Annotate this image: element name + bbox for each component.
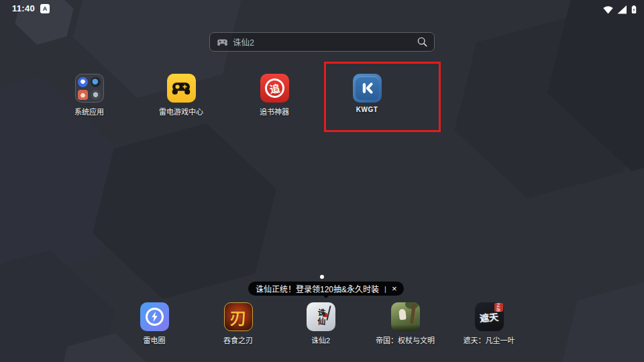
signal-icon <box>617 5 627 14</box>
mini-app-icon <box>91 90 101 100</box>
app-label: KWGT <box>356 106 378 113</box>
app-zhuishu-shenqi[interactable]: 追 追书神器 <box>242 74 307 117</box>
magnifier-icon[interactable] <box>417 37 427 47</box>
zhuishu-icon: 追 <box>260 74 289 103</box>
tooltip-divider: | <box>384 285 386 293</box>
zhetian-icon: 正版 遮天 <box>475 302 504 331</box>
app-label: 追书神器 <box>260 106 289 117</box>
wallpaper-hexagon <box>551 264 644 362</box>
mini-app-icon <box>78 90 88 100</box>
search-bar[interactable]: 诛仙2 <box>209 32 435 52</box>
kwgt-logo <box>356 76 379 100</box>
app-label: 遮天：凡尘一叶 <box>464 335 515 345</box>
leidian-icon <box>140 302 169 331</box>
android-home-screen: 11:40 A 诛仙2 <box>0 0 644 362</box>
folder-icon <box>75 74 104 103</box>
app-label: 帝国：权杖与文明 <box>376 335 435 345</box>
ground-shade <box>391 325 420 331</box>
zhuxian-icon: 诛仙 <box>307 302 335 331</box>
app-label: 系统应用 <box>74 106 104 117</box>
app-label: 诛仙2 <box>311 335 330 345</box>
game-center-icon <box>167 74 196 103</box>
diguo-icon <box>391 302 420 331</box>
promo-tooltip: 诛仙正统！登录领120抽&永久时装 | × <box>248 282 404 296</box>
mini-app-icon <box>78 77 88 87</box>
app-diguo-quanzhang[interactable]: 帝国：权杖与文明 <box>373 302 437 345</box>
app-label: 吞食之刃 <box>223 335 253 345</box>
page-indicator-dot <box>320 275 324 279</box>
character-figure <box>398 309 407 320</box>
status-bar: 11:40 A <box>0 0 644 17</box>
battery-charging-icon <box>631 4 637 15</box>
gamepad-icon <box>171 81 191 95</box>
zhuishu-glyph: 追 <box>264 77 286 99</box>
clock: 11:40 <box>12 3 35 13</box>
gamepad-icon <box>217 38 228 46</box>
notification-app-icon: A <box>40 4 50 13</box>
kwgt-icon <box>353 74 382 103</box>
zhuxian-glyph: 诛仙 <box>315 308 327 326</box>
kwgt-k-glyph <box>358 79 376 97</box>
lightning-ring <box>146 308 164 326</box>
app-kwgt[interactable]: KWGT <box>335 74 399 113</box>
lightning-bolt-icon <box>150 311 159 322</box>
tunshi-glyph: 刃 <box>229 305 246 329</box>
app-zhetian[interactable]: 正版 遮天 遮天：凡尘一叶 <box>457 302 521 345</box>
app-tunshi-zhiren[interactable]: 刃 吞食之刃 <box>206 302 270 345</box>
tooltip-text: 诛仙正统！登录领120抽&永久时装 <box>256 283 379 294</box>
wifi-icon <box>602 5 614 14</box>
app-folder-system-apps[interactable]: 系统应用 <box>57 74 121 117</box>
zhetian-glyph: 遮天 <box>479 309 499 324</box>
mini-app-icon <box>91 77 101 87</box>
search-input-value[interactable]: 诛仙2 <box>233 36 417 48</box>
app-leidian-quan[interactable]: 雷电圈 <box>122 302 186 345</box>
close-icon[interactable]: × <box>392 284 397 294</box>
app-label: 雷电游戏中心 <box>159 106 203 117</box>
tunshi-icon: 刃 <box>224 302 253 331</box>
app-leidian-game-center[interactable]: 雷电游戏中心 <box>149 74 213 117</box>
app-label: 雷电圈 <box>144 335 166 345</box>
app-zhuxian2[interactable]: 诛仙 诛仙2 <box>288 302 353 345</box>
